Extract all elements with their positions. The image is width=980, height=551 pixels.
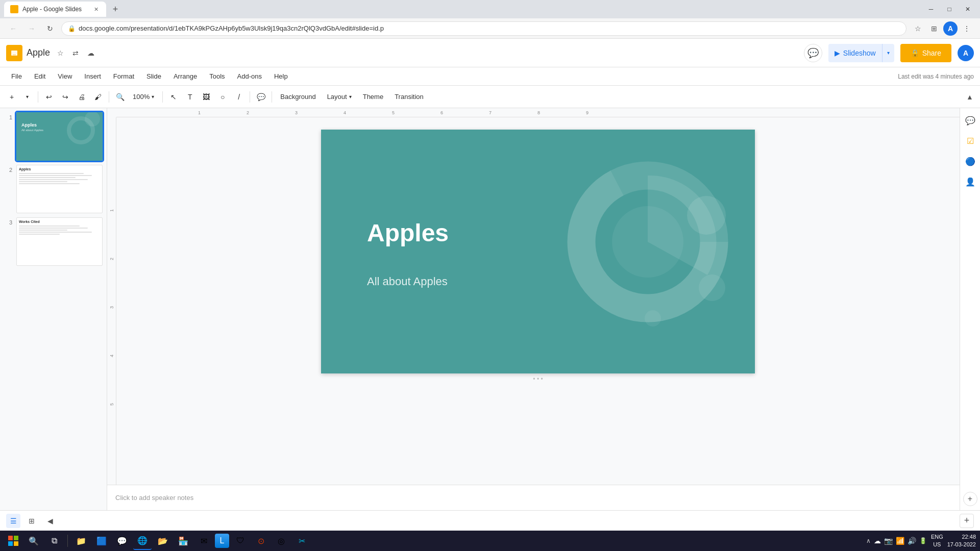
filmstrip-view-button[interactable]: ☰ <box>6 514 20 528</box>
slide-thumbnail-2[interactable]: Apples <box>16 165 103 213</box>
add-dropdown[interactable]: ▾ <box>19 89 35 105</box>
slide-canvas[interactable]: Apples All about Apples <box>321 130 755 373</box>
chat-icon[interactable]: 💬 <box>113 532 131 550</box>
url-text: docs.google.com/presentation/d/1ebTKA9kP… <box>79 24 384 32</box>
menu-slide[interactable]: Slide <box>141 70 166 82</box>
antivirus-icon[interactable]: 🛡 <box>231 532 250 550</box>
star-button[interactable]: ☆ <box>54 47 66 59</box>
menu-edit[interactable]: Edit <box>29 70 51 82</box>
line-tool[interactable]: / <box>231 89 247 105</box>
ruler-v-mark: 4 <box>107 309 116 357</box>
extensions-button[interactable]: ⊞ <box>927 21 941 36</box>
menu-view[interactable]: View <box>53 70 77 82</box>
office-icon[interactable]: ⊙ <box>252 532 270 550</box>
present-button[interactable]: ▶ Slideshow <box>828 44 882 62</box>
zoom-out-button[interactable]: 🔍 <box>112 89 128 105</box>
store2-icon[interactable]: 🏪 <box>174 532 192 550</box>
forward-button[interactable]: → <box>24 21 39 36</box>
text-tool[interactable]: T <box>182 89 198 105</box>
menu-addons[interactable]: Add-ons <box>232 70 267 82</box>
files-icon[interactable]: 📁 <box>72 532 90 550</box>
toolbar-divider-1 <box>38 91 38 103</box>
menu-file[interactable]: File <box>6 70 27 82</box>
background-button[interactable]: Background <box>275 89 321 105</box>
tray-camera[interactable]: 📷 <box>884 537 893 545</box>
tray-battery[interactable]: 🔋 <box>919 537 927 544</box>
comment-tool[interactable]: 💬 <box>253 89 268 105</box>
speaker-notes-area[interactable]: Click to add speaker notes <box>107 485 960 510</box>
browser-tab[interactable]: Apple - Google Slides ✕ <box>4 2 106 17</box>
slide-item-1[interactable]: 1 Apples All about Apples <box>4 112 103 161</box>
menu-insert[interactable]: Insert <box>79 70 106 82</box>
sidebar-person-button[interactable]: 👤 <box>962 173 978 190</box>
lync-icon[interactable]: L <box>215 534 229 548</box>
slide-subtitle[interactable]: All about Apples <box>367 275 448 288</box>
slide-thumbnail-3[interactable]: Works Cited <box>16 217 103 266</box>
menu-arrange[interactable]: Arrange <box>168 70 202 82</box>
toolbar-divider-2 <box>109 91 109 103</box>
tray-cloud[interactable]: ☁ <box>874 537 881 545</box>
mail-icon[interactable]: ✉ <box>194 532 213 550</box>
add-button[interactable]: + <box>4 89 19 105</box>
task-view-button[interactable]: ⧉ <box>45 532 63 550</box>
search-button[interactable]: 🔍 <box>24 532 43 550</box>
chrome-icon[interactable]: ◎ <box>272 532 290 550</box>
tray-volume[interactable]: 🔊 <box>908 537 916 545</box>
move-icon[interactable]: ⇄ <box>69 47 82 59</box>
menu-button[interactable]: ⋮ <box>960 21 974 36</box>
transition-button[interactable]: Transition <box>389 89 429 105</box>
close-button[interactable]: ✕ <box>960 4 976 14</box>
undo-button[interactable]: ↩ <box>41 89 57 105</box>
shape-tool[interactable]: ○ <box>215 89 230 105</box>
image-tool[interactable]: 🖼 <box>199 89 214 105</box>
back-button[interactable]: ← <box>6 21 20 36</box>
toolbar-collapse-button[interactable]: ▲ <box>964 91 976 103</box>
zoom-field[interactable]: 100% ▾ <box>128 89 159 105</box>
paint-button[interactable]: 🖌 <box>90 89 106 105</box>
sidebar-add-button[interactable]: + <box>963 492 977 506</box>
slide-item-3[interactable]: 3 Works Cited <box>4 217 103 266</box>
comments-button[interactable]: 💬 <box>804 44 822 62</box>
print-button[interactable]: 🖨 <box>74 89 89 105</box>
minimize-button[interactable]: ─ <box>923 4 939 14</box>
folder-icon[interactable]: 📂 <box>154 532 172 550</box>
grid-view-button[interactable]: ⊞ <box>24 514 39 528</box>
edge-icon[interactable]: 🌐 <box>133 532 152 550</box>
browser-profile-avatar[interactable]: A <box>943 21 958 36</box>
menu-tools[interactable]: Tools <box>204 70 230 82</box>
sidebar-maps-button[interactable]: 🔵 <box>962 153 978 169</box>
app-profile-avatar[interactable]: A <box>958 45 974 61</box>
toolbar-divider-4 <box>250 91 250 103</box>
slide-item-2[interactable]: 2 Apples <box>4 165 103 213</box>
redo-button[interactable]: ↪ <box>58 89 73 105</box>
start-button[interactable] <box>4 532 22 550</box>
layout-label: Layout <box>327 93 347 101</box>
collapse-panel-button[interactable]: ◀ <box>43 514 57 528</box>
menu-help[interactable]: Help <box>269 70 293 82</box>
snip-icon[interactable]: ✂ <box>292 532 311 550</box>
maximize-button[interactable]: □ <box>941 4 958 14</box>
header-right: 💬 ▶ Slideshow ▾ 🔒 Share A <box>804 44 974 62</box>
new-tab-button[interactable]: + <box>108 2 122 16</box>
address-bar[interactable]: 🔒 docs.google.com/presentation/d/1ebTKA9… <box>61 21 906 36</box>
theme-button[interactable]: Theme <box>358 89 388 105</box>
sidebar-tasks-button[interactable]: ☑ <box>962 133 978 149</box>
tray-chevron[interactable]: ∧ <box>866 537 871 544</box>
slide-thumbnail-1[interactable]: Apples All about Apples <box>16 112 103 161</box>
layout-button[interactable]: Layout ▾ <box>322 89 357 105</box>
slide-title[interactable]: Apples <box>367 219 449 247</box>
tray-wifi[interactable]: 📶 <box>896 537 904 545</box>
tray-icons: ∧ ☁ 📷 📶 🔊 🔋 <box>866 537 927 545</box>
bookmark-button[interactable]: ☆ <box>911 21 925 36</box>
slide-1-thumb-title: Apples <box>21 122 37 128</box>
store-icon[interactable]: 🟦 <box>92 532 111 550</box>
tab-close-button[interactable]: ✕ <box>92 5 100 13</box>
menu-format[interactable]: Format <box>108 70 139 82</box>
add-slide-button[interactable]: + <box>960 514 974 528</box>
canvas-area: 1 2 3 4 5 6 7 8 9 1 2 3 4 5 <box>107 108 960 510</box>
refresh-button[interactable]: ↻ <box>43 21 57 36</box>
sidebar-comments-button[interactable]: 💬 <box>962 112 978 129</box>
select-tool[interactable]: ↖ <box>166 89 181 105</box>
share-button[interactable]: 🔒 Share <box>900 44 951 62</box>
present-dropdown-button[interactable]: ▾ <box>882 44 894 62</box>
